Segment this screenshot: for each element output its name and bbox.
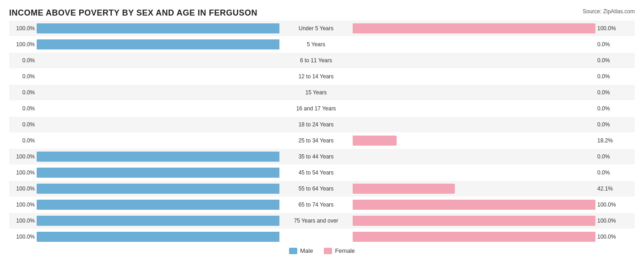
female-bar: [353, 232, 595, 242]
left-value: 0.0%: [9, 89, 37, 96]
bar-row: 100.0% 35 to 44 Years 0.0%: [9, 149, 635, 164]
left-bar-container: [37, 71, 279, 82]
female-color-swatch: [324, 248, 332, 254]
male-bar: [37, 184, 279, 194]
left-value: 100.0%: [9, 185, 37, 192]
age-label: 65 to 74 Years: [279, 202, 353, 208]
left-bar-container: [37, 103, 279, 114]
left-bar-container: [37, 23, 279, 33]
right-value: 42.1%: [595, 185, 623, 192]
right-bar-container: [353, 232, 595, 242]
male-label: Male: [300, 247, 313, 254]
left-bar-container: [37, 39, 279, 49]
bar-row: 0.0% 15 Years 0.0%: [9, 85, 635, 100]
right-bar-container: [353, 168, 595, 178]
left-value: 100.0%: [9, 153, 37, 160]
right-bar-container: [353, 87, 595, 98]
male-bar: [37, 232, 279, 242]
right-value: 0.0%: [595, 105, 623, 112]
male-color-swatch: [289, 248, 297, 254]
right-bar-container: [353, 152, 595, 162]
right-value: 100.0%: [595, 25, 623, 32]
right-bar-container: [353, 103, 595, 114]
age-label: 25 to 34 Years: [279, 137, 353, 144]
left-value: 0.0%: [9, 121, 37, 128]
chart-container: INCOME ABOVE POVERTY BY SEX AND AGE IN F…: [0, 0, 644, 256]
right-value: 100.0%: [595, 218, 623, 224]
age-label: 5 Years: [279, 41, 353, 48]
right-bar-container: [353, 184, 595, 194]
left-bar-container: [37, 232, 279, 242]
bar-row: 100.0% 55 to 64 Years 42.1%: [9, 181, 635, 196]
female-bar: [353, 136, 397, 146]
bar-row: 100.0% 100.0%: [9, 229, 635, 245]
chart-title: INCOME ABOVE POVERTY BY SEX AND AGE IN F…: [9, 8, 635, 18]
right-value: 0.0%: [595, 41, 623, 48]
male-bar: [37, 216, 279, 226]
bar-row: 100.0% 75 Years and over 100.0%: [9, 213, 635, 229]
bar-row: 100.0% Under 5 Years 100.0%: [9, 21, 635, 36]
age-label: 55 to 64 Years: [279, 185, 353, 192]
right-bar-container: [353, 120, 595, 130]
bar-row: 0.0% 6 to 11 Years 0.0%: [9, 53, 635, 68]
left-value: 100.0%: [9, 169, 37, 176]
left-bar-container: [37, 120, 279, 130]
age-label: 12 to 14 Years: [279, 73, 353, 80]
bar-row: 100.0% 45 to 54 Years 0.0%: [9, 165, 635, 180]
bar-row: 100.0% 5 Years 0.0%: [9, 37, 635, 52]
legend: Male Female: [9, 247, 635, 254]
left-value: 0.0%: [9, 57, 37, 64]
left-bar-container: [37, 87, 279, 98]
left-bar-container: [37, 55, 279, 65]
age-label: 6 to 11 Years: [279, 57, 353, 64]
female-bar: [353, 184, 455, 194]
right-bar-container: [353, 216, 595, 226]
right-bar-container: [353, 55, 595, 65]
right-value: 0.0%: [595, 153, 623, 160]
bar-row: 0.0% 25 to 34 Years 18.2%: [9, 133, 635, 148]
legend-male: Male: [289, 247, 313, 254]
age-label: Under 5 Years: [279, 25, 353, 32]
source-text: Source: ZipAtlas.com: [583, 8, 635, 15]
legend-female: Female: [324, 247, 355, 254]
female-bar: [353, 23, 595, 33]
male-bar: [37, 152, 279, 162]
right-value: 0.0%: [595, 57, 623, 64]
male-bar: [37, 39, 279, 49]
left-bar-container: [37, 152, 279, 162]
left-value: 100.0%: [9, 218, 37, 224]
female-bar: [353, 216, 595, 226]
right-value: 18.2%: [595, 137, 623, 144]
age-label: 35 to 44 Years: [279, 153, 353, 160]
bar-row: 100.0% 65 to 74 Years 100.0%: [9, 197, 635, 212]
left-value: 100.0%: [9, 234, 37, 240]
right-value: 0.0%: [595, 121, 623, 128]
right-value: 0.0%: [595, 73, 623, 80]
left-bar-container: [37, 184, 279, 194]
left-value: 100.0%: [9, 25, 37, 32]
male-bar: [37, 23, 279, 33]
age-label: 15 Years: [279, 89, 353, 96]
left-bar-container: [37, 136, 279, 146]
age-label: 45 to 54 Years: [279, 169, 353, 176]
left-value: 0.0%: [9, 105, 37, 112]
left-value: 0.0%: [9, 73, 37, 80]
left-bar-container: [37, 200, 279, 210]
age-label: 18 to 24 Years: [279, 121, 353, 128]
left-value: 0.0%: [9, 137, 37, 144]
bar-row: 0.0% 16 and 17 Years 0.0%: [9, 101, 635, 116]
bar-row: 0.0% 18 to 24 Years 0.0%: [9, 117, 635, 132]
female-label: Female: [335, 247, 355, 254]
age-label: 16 and 17 Years: [279, 105, 353, 112]
right-bar-container: [353, 136, 595, 146]
left-value: 100.0%: [9, 41, 37, 48]
right-value: 0.0%: [595, 169, 623, 176]
left-bar-container: [37, 168, 279, 178]
left-value: 100.0%: [9, 202, 37, 208]
male-bar: [37, 200, 279, 210]
bar-row: 0.0% 12 to 14 Years 0.0%: [9, 69, 635, 84]
chart-area: 100.0% Under 5 Years 100.0% 100.0% 5 Yea…: [9, 21, 635, 245]
right-bar-container: [353, 200, 595, 210]
right-value: 100.0%: [595, 202, 623, 208]
left-bar-container: [37, 216, 279, 226]
